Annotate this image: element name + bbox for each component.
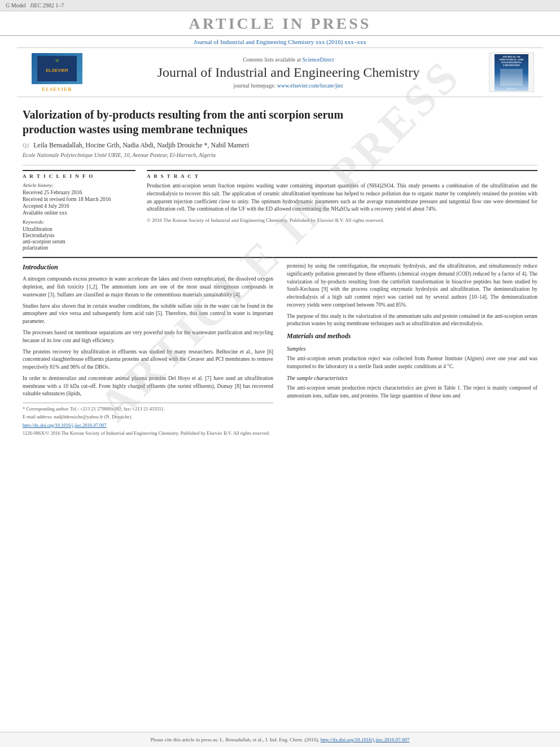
journal-code: JIEC 2982 1–7: [30, 2, 64, 8]
corresponding-footnote: * Corresponding author. Tel.: +213 21 27…: [23, 405, 273, 412]
article-info-col: A R T I C L E I N F O Article history: R…: [23, 170, 135, 251]
journal-title: Journal of Industrial and Engineering Ch…: [94, 65, 483, 80]
keywords-label: Keywords:: [23, 219, 135, 225]
page-wrapper: ARTICLE IN PRESS G Model JIEC 2982 1–7 A…: [0, 0, 560, 747]
main-content: Valorization of by-products resulting fr…: [0, 102, 560, 438]
homepage-url[interactable]: www.elsevier.com/locate/jiec: [277, 82, 344, 89]
article-info: A R T I C L E I N F O Article history: R…: [23, 170, 135, 251]
citation-doi-link[interactable]: http://dx.doi.org/10.1016/j.jiec.2016.07…: [321, 737, 410, 742]
intro-para4: The proteins recovery by ultrafiltration…: [23, 348, 273, 372]
article-title-section: Valorization of by-products resulting fr…: [23, 102, 537, 165]
sciencedirect-link[interactable]: ScienceDirect: [302, 56, 334, 63]
right-para2: The purpose of this study is the valoriz…: [287, 313, 537, 329]
abstract-section: A B S T R A C T Production anti-scorpion…: [147, 170, 537, 224]
intro-para1: A nitrogen compounds excess presence in …: [23, 276, 273, 299]
header-center: Contents lists available at ScienceDirec…: [94, 56, 483, 89]
intro-para3: The processes based on membrane separati…: [23, 329, 273, 345]
issn-footnote: 1226-086X/© 2016 The Korean Society of I…: [23, 430, 273, 436]
keyword-2: Electrodialysis: [23, 233, 135, 238]
intro-para2: Studies have also shown that in certain …: [23, 303, 273, 326]
materials-methods-heading: Materials and methods: [287, 331, 537, 341]
journal-homepage: journal homepage: www.elsevier.com/locat…: [94, 82, 483, 89]
email-footnote: E-mail address: nadjibdrouiche@yahoo.fr …: [23, 413, 273, 420]
keywords: Keywords: Ultrafiltration Electrodialysi…: [23, 219, 135, 251]
abstract-col: A B S T R A C T Production anti-scorpion…: [147, 170, 537, 251]
keyword-4: polarization: [23, 245, 135, 251]
elsevier-wordmark: ELSEVIER: [42, 86, 72, 92]
journal-ref-line: Journal of Industrial and Engineering Ch…: [0, 36, 560, 47]
authors: Q1 Leila Bensadallah, Hocine Grib, Nadia…: [23, 141, 537, 150]
journal-header: ELSEVIER 🌿 ELSEVIER Contents lists avail…: [17, 47, 543, 97]
sample-char-subheading: The sample characteristics: [287, 374, 537, 383]
right-para1: proteins) by using the centrifugation, t…: [287, 263, 537, 309]
abstract-text: Production anti-scorpion serum fraction …: [147, 182, 537, 224]
abstract-title: A B S T R A C T: [147, 173, 537, 179]
elsevier-logo: ELSEVIER 🌿: [32, 53, 82, 84]
body-left-col: Introduction A nitrogen compounds excess…: [23, 263, 273, 438]
doi-link[interactable]: http://dx.doi.org/10.1016/j.jiec.2016.07…: [23, 422, 107, 428]
samples-subheading: Samples: [287, 345, 537, 353]
available-online: Available online xxx: [23, 210, 135, 216]
keyword-1: Ultrafiltration: [23, 226, 135, 232]
affiliation: Ecole Nationale Polytechnique Unité URIE…: [23, 152, 537, 158]
article-info-title: A R T I C L E I N F O: [23, 173, 135, 179]
svg-text:ELSEVIER: ELSEVIER: [46, 68, 68, 73]
svg-text:🌿: 🌿: [55, 59, 59, 63]
journal-cover-thumbnail: JOURNAL OF INDUSTRIAL AND ENGINEERING CH…: [489, 53, 534, 92]
sample-char-text: The anti-scorpion serum production rejec…: [287, 385, 537, 400]
received-date: Received 25 February 2016: [23, 190, 135, 195]
intro-para5: In order to demineralize and concentrate…: [23, 375, 273, 398]
samples-text: The anti-scorpion serum production rejec…: [287, 355, 537, 371]
introduction-heading: Introduction: [23, 263, 273, 272]
keyword-3: anti-scorpion serum: [23, 239, 135, 244]
body-two-col: Introduction A nitrogen compounds excess…: [23, 263, 537, 438]
citation-bar: Please cite this article in press as: L.…: [0, 732, 560, 747]
g-model-label: G Model: [6, 2, 26, 8]
body-section: Introduction A nitrogen compounds excess…: [23, 257, 537, 438]
q1-badge: Q1: [23, 142, 29, 148]
info-abstract-section: A R T I C L E I N F O Article history: R…: [23, 170, 537, 251]
article-in-press-banner: ARTICLE IN PRESS: [0, 11, 560, 36]
article-title: Valorization of by-products resulting fr…: [23, 107, 537, 137]
history-label: Article history:: [23, 182, 135, 188]
top-bar: G Model JIEC 2982 1–7: [0, 0, 560, 11]
body-right-col: proteins) by using the centrifugation, t…: [287, 263, 537, 438]
revised-date: Received in revised form 18 March 2016: [23, 196, 135, 202]
contents-line: Contents lists available at ScienceDirec…: [94, 56, 483, 63]
logo-area: ELSEVIER 🌿 ELSEVIER: [26, 53, 88, 92]
accepted-date: Accepted 4 July 2016: [23, 203, 135, 209]
footnote-area: * Corresponding author. Tel.: +213 21 27…: [23, 403, 273, 436]
